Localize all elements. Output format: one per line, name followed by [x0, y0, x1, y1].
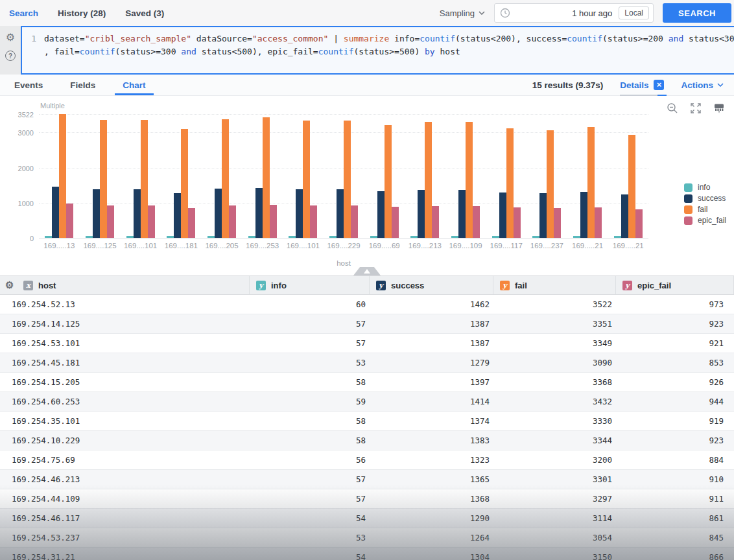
- bar-epic_fail[interactable]: [473, 206, 480, 238]
- bar-fail[interactable]: [466, 122, 473, 238]
- table-row[interactable]: 169.254.46.1175412903114861: [0, 509, 734, 528]
- column-header-fail[interactable]: yfail: [493, 276, 616, 294]
- bar-fail[interactable]: [263, 117, 270, 238]
- table-row[interactable]: 169.254.75.695613233200884: [0, 450, 734, 470]
- bar-epic_fail[interactable]: [188, 208, 195, 238]
- bar-fail[interactable]: [141, 120, 148, 238]
- bar-success[interactable]: [215, 189, 222, 238]
- bar-info[interactable]: [451, 236, 458, 238]
- bar-success[interactable]: [296, 189, 303, 238]
- zoom-out-icon[interactable]: [667, 102, 678, 114]
- bar-info[interactable]: [207, 236, 215, 238]
- table-row[interactable]: 169.254.15.2055813973368926: [0, 373, 734, 392]
- tab-fields[interactable]: Fields: [66, 75, 99, 95]
- bar-epic_fail[interactable]: [107, 205, 114, 238]
- bar-info[interactable]: [289, 236, 296, 238]
- bar-info[interactable]: [614, 236, 621, 238]
- legend-item-epic_fail[interactable]: epic_fail: [684, 216, 726, 225]
- bar-info[interactable]: [492, 236, 499, 238]
- bar-info[interactable]: [126, 236, 134, 238]
- bar-info[interactable]: [410, 236, 418, 238]
- bar-fail[interactable]: [100, 120, 107, 238]
- bar-epic_fail[interactable]: [514, 207, 521, 238]
- help-icon[interactable]: ?: [5, 51, 16, 61]
- bar-success[interactable]: [93, 189, 100, 238]
- table-row[interactable]: 169.254.60.2535914143432944: [0, 392, 734, 412]
- topbar-tab-history-28[interactable]: History (28): [58, 8, 106, 18]
- bar-epic_fail[interactable]: [66, 204, 73, 238]
- bar-success[interactable]: [418, 190, 425, 238]
- bar-epic_fail[interactable]: [229, 205, 236, 238]
- table-row[interactable]: 169.254.46.2135713653301910: [0, 470, 734, 489]
- bar-success[interactable]: [255, 188, 263, 238]
- bar-fail[interactable]: [303, 121, 310, 238]
- bar-success[interactable]: [539, 193, 547, 238]
- bar-epic_fail[interactable]: [635, 209, 643, 238]
- editor-settings-gear-icon[interactable]: ⚙: [6, 32, 15, 43]
- bar-fail[interactable]: [425, 122, 432, 238]
- details-toggle[interactable]: Details ×: [620, 80, 664, 90]
- bar-success[interactable]: [377, 191, 385, 238]
- table-row[interactable]: 169.254.31.215413043150866: [0, 548, 734, 560]
- bar-fail[interactable]: [506, 128, 514, 238]
- bar-epic_fail[interactable]: [432, 206, 439, 238]
- bar-info[interactable]: [167, 236, 174, 238]
- table-settings-gear-icon[interactable]: ⚙: [5, 280, 14, 290]
- legend-item-success[interactable]: success: [684, 194, 726, 203]
- bar-fail[interactable]: [344, 121, 351, 238]
- bar-epic_fail[interactable]: [595, 207, 602, 238]
- bar-epic_fail[interactable]: [310, 205, 317, 238]
- bar-success[interactable]: [174, 193, 181, 238]
- bar-epic_fail[interactable]: [351, 205, 358, 238]
- search-button[interactable]: SEARCH: [663, 3, 731, 23]
- bar-success[interactable]: [621, 194, 628, 238]
- bar-epic_fail[interactable]: [554, 208, 561, 238]
- bar-info[interactable]: [86, 236, 93, 238]
- bar-info[interactable]: [329, 236, 337, 238]
- bar-success[interactable]: [499, 192, 506, 238]
- table-row[interactable]: 169.254.45.1815312793090853: [0, 353, 734, 373]
- paint-brush-icon[interactable]: [713, 102, 725, 114]
- bar-fail[interactable]: [181, 129, 188, 238]
- column-header-success[interactable]: ysuccess: [370, 276, 493, 294]
- table-row[interactable]: 169.254.10.2295813833344923: [0, 431, 734, 450]
- bar-epic_fail[interactable]: [148, 205, 155, 238]
- expand-icon[interactable]: [690, 102, 702, 114]
- tab-chart[interactable]: Chart: [119, 75, 149, 95]
- table-row[interactable]: 169.254.44.1095713683297911: [0, 489, 734, 509]
- table-row[interactable]: 169.254.52.136014623522973: [0, 295, 734, 314]
- actions-dropdown[interactable]: Actions: [681, 80, 724, 90]
- topbar-tab-saved-3[interactable]: Saved (3): [125, 8, 164, 18]
- bar-info[interactable]: [248, 236, 255, 238]
- query-editor[interactable]: 1dataset="cribl_search_sample" dataSourc…: [21, 26, 734, 75]
- details-close-icon[interactable]: ×: [654, 80, 664, 90]
- sampling-dropdown[interactable]: Sampling: [440, 8, 485, 18]
- bar-epic_fail[interactable]: [270, 205, 277, 238]
- bar-fail[interactable]: [59, 114, 66, 238]
- topbar-tab-search[interactable]: Search: [9, 8, 38, 18]
- bar-success[interactable]: [337, 189, 344, 238]
- bar-success[interactable]: [458, 190, 466, 238]
- chart-table-resize-handle[interactable]: [353, 267, 381, 275]
- bar-info[interactable]: [573, 236, 580, 238]
- bar-info[interactable]: [45, 236, 52, 238]
- time-range-picker[interactable]: 1 hour ago Local: [494, 3, 654, 23]
- column-header-epic_fail[interactable]: yepic_fail: [616, 276, 734, 294]
- bar-fail[interactable]: [385, 125, 392, 238]
- bar-success[interactable]: [52, 187, 59, 238]
- timezone-toggle[interactable]: Local: [619, 6, 649, 19]
- table-row[interactable]: 169.254.35.1015813743330919: [0, 412, 734, 431]
- table-row[interactable]: 169.254.53.2375312643054845: [0, 528, 734, 548]
- bar-info[interactable]: [532, 236, 539, 238]
- bar-fail[interactable]: [587, 127, 595, 238]
- legend-item-fail[interactable]: fail: [684, 205, 726, 214]
- bar-success[interactable]: [134, 189, 141, 238]
- bar-fail[interactable]: [628, 135, 635, 238]
- bar-epic_fail[interactable]: [392, 207, 399, 238]
- bar-fail[interactable]: [222, 119, 229, 238]
- column-header-info[interactable]: yinfo: [250, 276, 370, 294]
- bar-info[interactable]: [370, 236, 377, 238]
- tab-events[interactable]: Events: [10, 75, 47, 95]
- bar-success[interactable]: [580, 192, 587, 238]
- table-row[interactable]: 169.254.14.1255713873351923: [0, 314, 734, 334]
